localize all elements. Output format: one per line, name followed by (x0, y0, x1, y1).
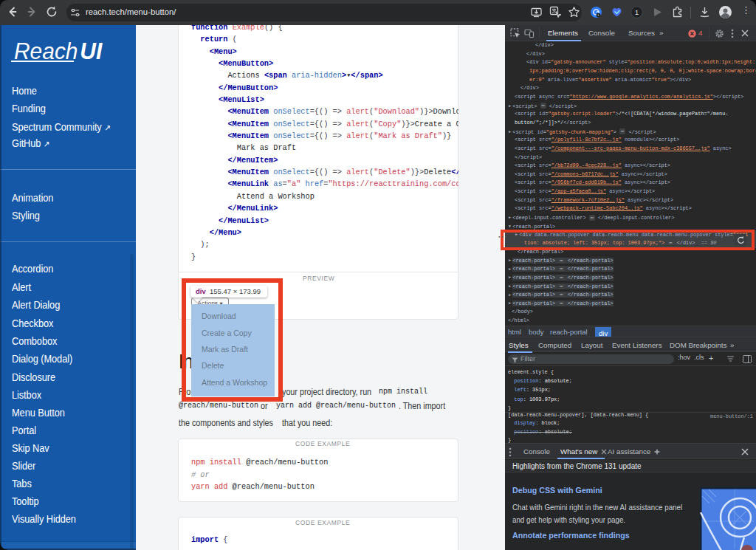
svg-text:1: 1 (635, 9, 639, 16)
